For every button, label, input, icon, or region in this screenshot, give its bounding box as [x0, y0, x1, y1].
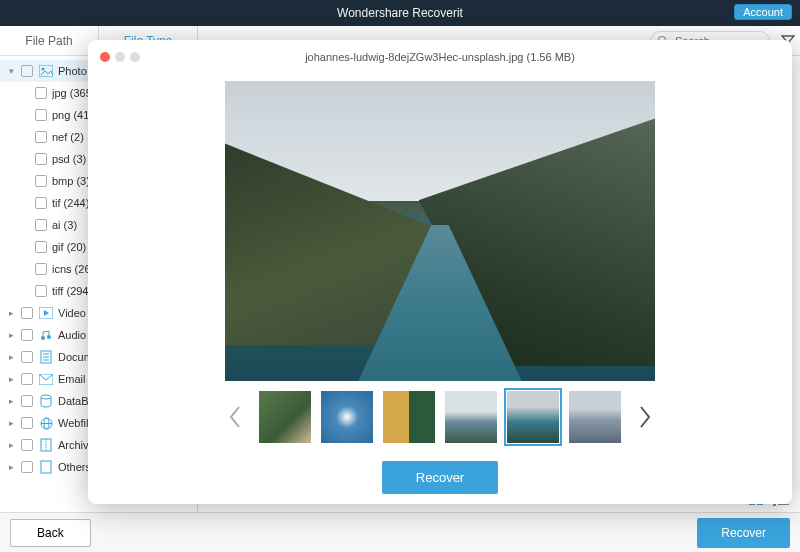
sidebar-item-label: bmp (3) [52, 175, 90, 187]
sidebar-item-label: gif (20) [52, 241, 86, 253]
checkbox[interactable] [21, 373, 33, 385]
svg-point-12 [41, 395, 51, 399]
svg-point-5 [41, 336, 45, 340]
thumbnail-1[interactable] [259, 391, 311, 443]
chevron-icon[interactable]: ▸ [6, 462, 16, 472]
svg-point-3 [42, 68, 45, 71]
checkbox[interactable] [35, 175, 47, 187]
checkbox[interactable] [35, 109, 47, 121]
checkbox[interactable] [21, 329, 33, 341]
chevron-icon[interactable]: ▾ [6, 66, 16, 76]
checkbox[interactable] [35, 219, 47, 231]
sidebar-item-label: tiff (294 [52, 285, 89, 297]
thumbnail-2[interactable] [321, 391, 373, 443]
back-button[interactable]: Back [10, 519, 91, 547]
prev-arrow-icon[interactable] [223, 392, 247, 442]
footer-recover-button[interactable]: Recover [697, 518, 790, 548]
app-title: Wondershare Recoverit [337, 6, 463, 20]
chevron-icon[interactable]: ▸ [6, 418, 16, 428]
web-icon [38, 416, 54, 430]
thumbnail-4[interactable] [445, 391, 497, 443]
email-icon [38, 372, 54, 386]
sidebar-item-label: png (41 [52, 109, 89, 121]
checkbox[interactable] [35, 87, 47, 99]
svg-rect-28 [778, 504, 789, 505]
checkbox[interactable] [35, 153, 47, 165]
svg-rect-18 [41, 461, 51, 473]
thumbnail-3[interactable] [383, 391, 435, 443]
tab-file-path[interactable]: File Path [0, 26, 99, 55]
checkbox[interactable] [21, 395, 33, 407]
checkbox[interactable] [35, 241, 47, 253]
sidebar-item-label: jpg (365 [52, 87, 92, 99]
sidebar-item-label: icns (26 [52, 263, 91, 275]
doc-icon [38, 350, 54, 364]
thumbnail-6[interactable] [569, 391, 621, 443]
sidebar-item-label: Others [58, 461, 91, 473]
checkbox[interactable] [21, 351, 33, 363]
preview-modal: johannes-ludwig-8dejZGw3Hec-unsplash.jpg… [88, 40, 792, 504]
audio-icon [38, 328, 54, 342]
sidebar-item-label: Archiv [58, 439, 89, 451]
next-arrow-icon[interactable] [633, 392, 657, 442]
checkbox[interactable] [35, 285, 47, 297]
chevron-icon[interactable]: ▸ [6, 396, 16, 406]
preview-image [225, 81, 655, 381]
thumbnail-5[interactable] [507, 391, 559, 443]
sidebar-item-label: psd (3) [52, 153, 86, 165]
checkbox[interactable] [21, 307, 33, 319]
checkbox[interactable] [35, 131, 47, 143]
sidebar-item-label: ai (3) [52, 219, 77, 231]
chevron-icon[interactable]: ▸ [6, 440, 16, 450]
db-icon [38, 394, 54, 408]
chevron-icon[interactable]: ▸ [6, 330, 16, 340]
checkbox[interactable] [35, 197, 47, 209]
chevron-icon[interactable]: ▸ [6, 352, 16, 362]
checkbox[interactable] [21, 65, 33, 77]
account-button[interactable]: Account [734, 4, 792, 20]
preview-filename: johannes-ludwig-8dejZGw3Hec-unsplash.jpg… [88, 51, 792, 63]
sidebar-item-label: Photo [58, 65, 87, 77]
svg-point-6 [47, 335, 51, 339]
sidebar-item-label: tif (244) [52, 197, 89, 209]
video-icon [38, 306, 54, 320]
checkbox[interactable] [21, 417, 33, 429]
sidebar-item-label: Webfil [58, 417, 88, 429]
photo-icon [38, 64, 54, 78]
other-icon [38, 460, 54, 474]
modal-recover-button[interactable]: Recover [382, 461, 498, 494]
archive-icon [38, 438, 54, 452]
chevron-icon[interactable]: ▸ [6, 374, 16, 384]
sidebar-item-label: nef (2) [52, 131, 84, 143]
footer: Back Recover [0, 512, 800, 552]
checkbox[interactable] [21, 461, 33, 473]
chevron-icon[interactable]: ▸ [6, 308, 16, 318]
checkbox[interactable] [35, 263, 47, 275]
titlebar: Wondershare Recoverit Account [0, 0, 800, 26]
checkbox[interactable] [21, 439, 33, 451]
